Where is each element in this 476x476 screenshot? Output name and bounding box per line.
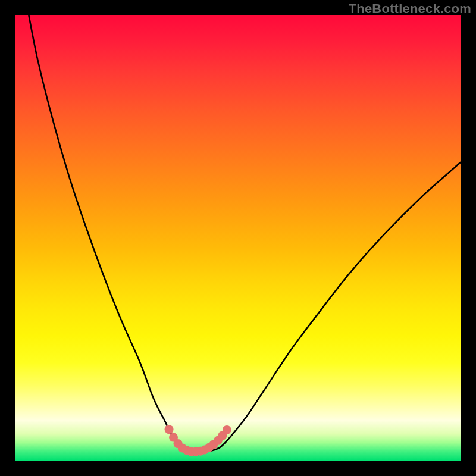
watermark-text: TheBottleneck.com (349, 1, 471, 17)
chart-frame: TheBottleneck.com (0, 0, 476, 476)
highlight-dot (165, 425, 174, 434)
chart-svg (15, 15, 461, 461)
bottleneck-curve (29, 15, 461, 452)
plot-area (15, 15, 461, 461)
highlight-dot (223, 425, 231, 434)
bottleneck-curve-path (29, 15, 461, 452)
highlight-dots (165, 425, 231, 456)
